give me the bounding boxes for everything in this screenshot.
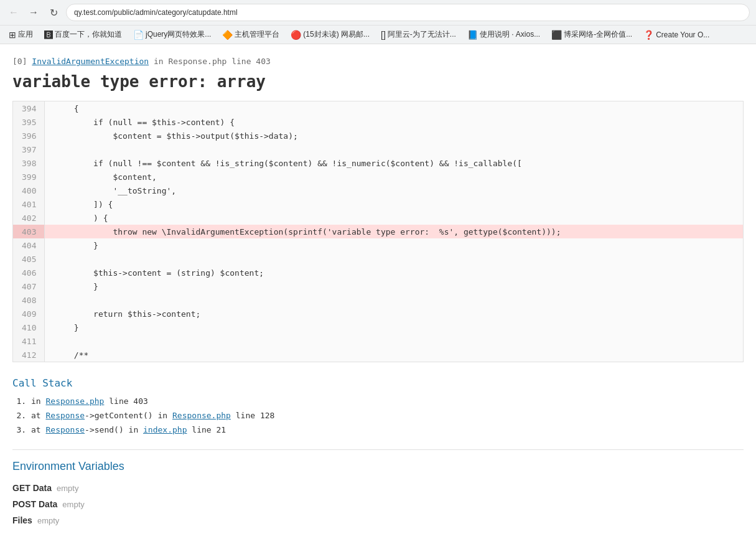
section-divider (12, 449, 744, 450)
forward-button[interactable]: → (26, 5, 41, 20)
table-row: 411 (13, 334, 743, 348)
line-number: 395 (13, 115, 44, 129)
bookmark-apps[interactable]: ⊞ 应用 (6, 28, 35, 41)
env-items: GET DataemptyPOST DataemptyFilesempty (12, 483, 744, 525)
line-code: if (null == $this->content) { (44, 115, 743, 129)
env-item: GET Dataempty (12, 483, 744, 493)
line-number: 404 (13, 238, 44, 252)
env-value: empty (62, 500, 84, 509)
line-code: '__toString', (44, 184, 743, 197)
bookmark-axios[interactable]: 📘 使用说明 · Axios... (465, 28, 543, 41)
line-code: return $this->content; (44, 307, 743, 321)
table-row: 404 } (13, 238, 743, 252)
line-code: ]) { (44, 197, 743, 211)
table-row: 395 if (null == $this->content) { (13, 115, 743, 129)
bookmark-jquery[interactable]: 📄 jQuery网页特效果... (131, 28, 213, 41)
list-item: in Response.php line 403 (31, 396, 744, 406)
bookmark-aliyun[interactable]: [] 阿里云-为了无法计... (378, 28, 459, 41)
line-number: 410 (13, 321, 44, 334)
bocai-icon: ⬛ (551, 30, 562, 40)
bookmark-email-label: (15封未读) 网易邮... (303, 29, 370, 40)
table-row: 412 /** (13, 348, 743, 362)
line-number: 406 (13, 266, 44, 279)
bookmark-createyour[interactable]: ❓ Create Your O... (641, 29, 712, 41)
line-code: $this->content = (string) $content; (44, 266, 743, 279)
aliyun-icon: [] (381, 30, 386, 40)
bookmark-apps-label: 应用 (18, 29, 33, 40)
line-number: 397 (13, 143, 44, 156)
list-item: at Response->getContent() in Response.ph… (31, 411, 744, 420)
table-row: 401 ]) { (13, 197, 743, 211)
email-icon: 🔴 (291, 30, 301, 40)
table-row: 394 { (13, 101, 743, 115)
env-title: Environment Variables (12, 460, 744, 473)
line-number: 399 (13, 170, 44, 184)
file-link[interactable]: index.php (143, 425, 187, 434)
createyour-icon: ❓ (643, 30, 654, 40)
env-label: GET Data (12, 483, 52, 493)
table-row: 406 $this->content = (string) $content; (13, 266, 743, 279)
bookmark-aliyun-label: 阿里云-为了无法计... (388, 29, 456, 40)
table-row: 408 (13, 293, 743, 307)
code-table: 394 {395 if (null == $this->content) {39… (13, 101, 743, 362)
axios-icon: 📘 (467, 30, 478, 40)
line-number: 405 (13, 252, 44, 266)
call-stack-title: Call Stack (12, 377, 744, 389)
line-number: 400 (13, 184, 44, 197)
file-link[interactable]: Response.php (45, 396, 104, 406)
env-item: POST Dataempty (12, 499, 744, 509)
line-number: 407 (13, 279, 44, 293)
bookmark-host-label: 主机管理平台 (235, 29, 279, 40)
line-code: if (null !== $content && !is_string($con… (44, 156, 743, 170)
line-code: throw new \InvalidArgumentException(spri… (44, 225, 743, 238)
error-number: [0] (12, 57, 27, 66)
address-bar[interactable] (66, 4, 750, 21)
table-row: 397 (13, 143, 743, 156)
table-row: 396 $content = $this->output($this->data… (13, 129, 743, 143)
call-in-text: in (31, 396, 45, 406)
file-link[interactable]: Response (45, 411, 85, 420)
line-number: 408 (13, 293, 44, 307)
bookmark-host[interactable]: 🔶 主机管理平台 (220, 28, 282, 41)
file-link[interactable]: Response.php (172, 411, 231, 420)
list-item: at Response->send() in index.php line 21 (31, 425, 744, 434)
table-row: 407 } (13, 279, 743, 293)
line-number: 402 (13, 211, 44, 225)
env-item: Filesempty (12, 515, 744, 525)
bookmark-baidu-label: 百度一下，你就知道 (55, 29, 122, 40)
bookmark-email[interactable]: 🔴 (15封未读) 网易邮... (288, 28, 372, 41)
jquery-icon: 📄 (133, 30, 144, 40)
error-file: Response.php line 403 (168, 57, 270, 66)
line-number: 403 (13, 225, 44, 238)
bookmark-bocai-label: 博采网络-全网价值... (564, 29, 632, 40)
line-number: 411 (13, 334, 44, 348)
line-number: 412 (13, 348, 44, 362)
line-code (44, 252, 743, 266)
line-number: 396 (13, 129, 44, 143)
error-message: variable type error: array (12, 72, 744, 91)
line-code: } (44, 279, 743, 293)
line-code: { (44, 101, 743, 115)
bookmark-jquery-label: jQuery网页特效果... (146, 29, 211, 40)
line-number: 409 (13, 307, 44, 321)
line-code (44, 334, 743, 348)
table-row: 399 $content, (13, 170, 743, 184)
env-value: empty (57, 484, 78, 493)
error-class[interactable]: InvalidArgumentException (32, 57, 149, 66)
line-code: $content, (44, 170, 743, 184)
line-number: 398 (13, 156, 44, 170)
table-row: 410 } (13, 321, 743, 334)
bookmarks-bar: ⊞ 应用 🅱 百度一下，你就知道 📄 jQuery网页特效果... 🔶 主机管理… (0, 25, 756, 44)
bookmark-baidu[interactable]: 🅱 百度一下，你就知道 (42, 28, 124, 41)
reload-button[interactable]: ↻ (46, 5, 61, 20)
table-row: 402 ) { (13, 211, 743, 225)
browser-chrome: ← → ↻ ⊞ 应用 🅱 百度一下，你就知道 📄 jQuery网页特效果... … (0, 0, 756, 44)
bookmark-bocai[interactable]: ⬛ 博采网络-全网价值... (549, 28, 635, 41)
line-code: } (44, 321, 743, 334)
back-button[interactable]: ← (6, 5, 21, 20)
env-section: Environment Variables GET DataemptyPOST … (12, 460, 744, 525)
browser-toolbar: ← → ↻ (0, 0, 756, 25)
file-link[interactable]: Response (45, 425, 85, 434)
line-code (44, 143, 743, 156)
baidu-icon: 🅱 (44, 30, 53, 40)
